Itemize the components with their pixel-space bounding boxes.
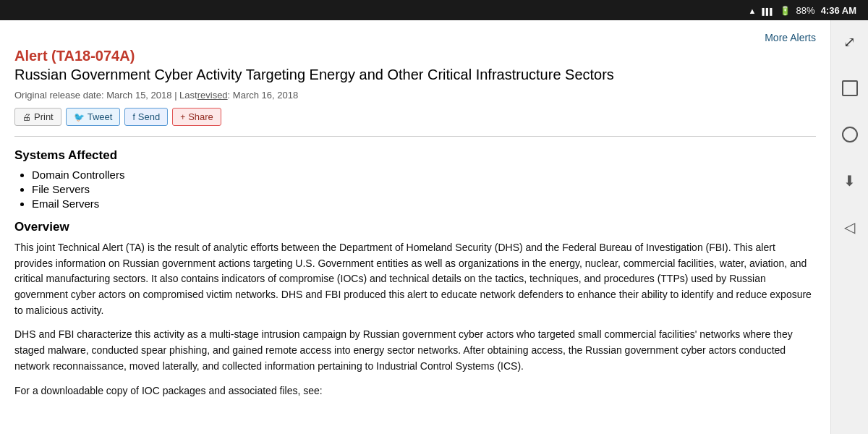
systems-list: Domain Controllers File Servers Email Se… [14, 169, 816, 210]
original-release-text: Original release date: March 15, 2018 | … [14, 90, 197, 101]
twitter-icon: 🐦 [74, 112, 85, 122]
divider [14, 136, 816, 137]
wifi-icon [749, 5, 757, 16]
more-alerts-link[interactable]: More Alerts [765, 32, 816, 43]
alert-title: Alert (TA18-074A) Russian Government Cyb… [14, 46, 816, 84]
tweet-button[interactable]: 🐦 Tweet [66, 108, 121, 126]
back-button[interactable] [837, 214, 863, 240]
list-item: File Servers [32, 183, 816, 195]
share-button[interactable]: + Share [172, 108, 221, 126]
print-button[interactable]: 🖨 Print [14, 108, 61, 126]
overview-paragraph-1: This joint Technical Alert (TA) is the r… [14, 240, 816, 318]
window-button[interactable] [837, 75, 863, 101]
download-icon [843, 172, 856, 190]
print-icon: 🖨 [22, 112, 31, 122]
top-bar: More Alerts [14, 32, 816, 43]
overview-heading: Overview [14, 220, 816, 234]
back-icon [844, 218, 855, 236]
action-buttons: 🖨 Print 🐦 Tweet f Send + Share [14, 108, 816, 126]
list-item: Email Servers [32, 197, 816, 210]
battery-icon [780, 5, 791, 16]
signal-icon [762, 5, 773, 16]
list-item: Domain Controllers [32, 169, 816, 181]
square-icon [842, 80, 858, 96]
home-button[interactable] [837, 122, 863, 148]
overview-paragraph-2: DHS and FBI characterize this activity a… [14, 327, 816, 374]
overview-paragraph-3: For a downloadable copy of IOC packages … [14, 383, 816, 399]
status-bar: 88% 4:36 AM [0, 0, 868, 20]
time-display: 4:36 AM [821, 5, 856, 16]
alert-main-title: Russian Government Cyber Activity Target… [14, 67, 614, 82]
main-layout: More Alerts Alert (TA18-074A) Russian Go… [0, 20, 868, 434]
revised-date: : March 16, 2018 [228, 90, 299, 101]
expand-icon [843, 33, 856, 51]
expand-button[interactable] [837, 29, 863, 55]
circle-icon [842, 127, 858, 142]
alert-id: Alert (TA18-074A) [14, 48, 135, 64]
print-label: Print [34, 111, 54, 122]
revised-label: revised [197, 90, 228, 101]
battery-level: 88% [796, 5, 815, 16]
share-label: Share [188, 111, 213, 122]
facebook-icon: f [132, 112, 135, 122]
send-label: Send [138, 111, 160, 122]
send-button[interactable]: f Send [124, 108, 168, 126]
content-area: More Alerts Alert (TA18-074A) Russian Go… [0, 20, 830, 434]
tweet-label: Tweet [88, 111, 113, 122]
systems-affected-heading: Systems Affected [14, 148, 816, 163]
share-icon: + [180, 112, 185, 122]
release-date: Original release date: March 15, 2018 | … [14, 90, 816, 101]
download-button[interactable] [837, 168, 863, 194]
right-sidebar [830, 20, 868, 434]
